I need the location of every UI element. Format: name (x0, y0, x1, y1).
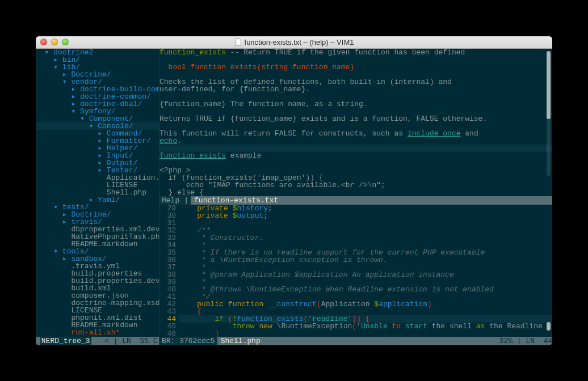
help-line: <?php > (159, 167, 552, 174)
app-window: function-exists.txt – (help) – VIM1 ▾ do… (36, 36, 552, 345)
line-number: 41 (159, 293, 179, 300)
code-pane[interactable]: 293031323334353637383940414243444546 pri… (159, 205, 552, 337)
scrollbar-thumb[interactable] (547, 51, 551, 119)
file-tree[interactable]: ▾ doctrine2 ▸ bin/ ▾ lib/ ▸ Doctrine/ ▾ … (36, 49, 159, 337)
help-line (159, 122, 552, 130)
help-line: user-defined, for {function_name}. (159, 86, 552, 93)
code-line[interactable]: * Constructor. (179, 234, 552, 242)
code-body[interactable]: private $history; private $output; /** *… (179, 205, 552, 337)
line-number: 29 (159, 205, 179, 212)
line-number: 44 (159, 315, 179, 323)
code-line[interactable] (179, 219, 552, 227)
line-number: 39 (159, 278, 179, 286)
line-number: 30 (159, 212, 179, 219)
line-number: 36 (159, 256, 179, 264)
help-line: function_exists example (159, 152, 552, 159)
line-number: 33 (159, 234, 179, 242)
tree-row[interactable]: Application.php (36, 174, 159, 181)
help-line: Returns TRUE if {function_name} exists a… (159, 115, 552, 122)
code-line[interactable]: } (179, 330, 552, 337)
code-line[interactable]: throw new \RuntimeException('Unable to s… (179, 323, 552, 330)
scrollbar-thumb-lower[interactable] (547, 322, 551, 331)
help-line: {function_name} The function name, as a … (159, 100, 552, 108)
code-line[interactable]: * a \RuntimeException exception is throw… (179, 256, 552, 264)
code-line[interactable]: public function __construct(Application … (179, 300, 552, 308)
help-pane[interactable]: function_exists -- Return TRUE if the gi… (159, 49, 552, 196)
resize-grip[interactable] (544, 337, 551, 344)
scrollbar-track[interactable] (547, 51, 551, 176)
line-number: 34 (159, 242, 179, 249)
help-line (159, 108, 552, 115)
help-line: echo "IMAP functions are available.<br /… (159, 181, 552, 189)
help-line: } else { (159, 189, 552, 196)
code-line[interactable]: private $output; (179, 212, 552, 219)
zoom-button[interactable] (62, 39, 69, 45)
line-number: 42 (159, 300, 179, 308)
window-title: function-exists.txt – (help) – VIM1 (36, 38, 552, 46)
code-statusline: BR: 3762cec5Shell.php32% | LN 44 C 27 (159, 337, 552, 345)
line-number: 43 (159, 308, 179, 315)
help-line (159, 159, 552, 167)
window-title-text: function-exists.txt – (help) – VIM1 (245, 38, 354, 46)
line-number: 38 (159, 271, 179, 278)
minimize-button[interactable] (51, 39, 58, 45)
line-number: 31 (159, 219, 179, 227)
main-panes: function_exists -- Return TRUE if the gi… (159, 49, 552, 345)
line-number: 35 (159, 249, 179, 256)
help-line: echo. (159, 137, 552, 145)
help-line (159, 71, 552, 78)
help-line: function_exists -- Return TRUE if the gi… (159, 49, 552, 56)
code-line[interactable]: * @param Application $application An app… (179, 271, 552, 278)
document-icon (234, 38, 242, 46)
nerdtree-sidebar[interactable]: ▾ doctrine2 ▸ bin/ ▾ lib/ ▸ Doctrine/ ▾ … (36, 49, 159, 345)
editor-area: ▾ doctrine2 ▸ bin/ ▾ lib/ ▸ Doctrine/ ▾ … (36, 49, 552, 345)
traffic-lights (36, 39, 69, 45)
help-statusline: Help |function-exists.txt40% (159, 196, 552, 205)
line-number: 37 (159, 264, 179, 271)
tree-row[interactable]: run-all.sh* (36, 329, 159, 336)
help-line: bool function_exists(string function_nam… (159, 64, 552, 71)
code-line[interactable]: * @throws \RuntimeException When Readlin… (179, 286, 552, 293)
help-line: Checks the list of defined functions, bo… (159, 78, 552, 86)
line-number: 46 (159, 330, 179, 337)
close-button[interactable] (40, 39, 47, 45)
help-line: if (function_exists('imap_open')) { (159, 174, 552, 181)
titlebar[interactable]: function-exists.txt – (help) – VIM1 (36, 36, 552, 49)
sidebar-statusline: NERD_tree_3 - < | LN 55 C 1 (36, 337, 159, 345)
line-number: 32 (159, 227, 179, 234)
help-line: This function will return FALSE for cons… (159, 130, 552, 137)
gutter: 293031323334353637383940414243444546 (159, 205, 179, 337)
line-number: 45 (159, 323, 179, 330)
help-line (159, 93, 552, 100)
line-number: 40 (159, 286, 179, 293)
